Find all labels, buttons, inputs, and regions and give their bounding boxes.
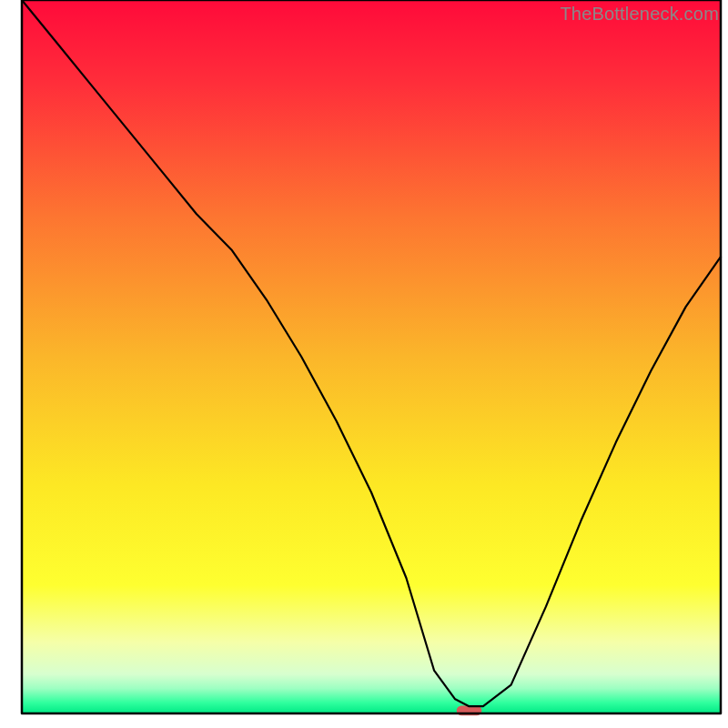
chart-container: TheBottleneck.com [0,0,728,728]
watermark-text: TheBottleneck.com [560,4,719,25]
bottleneck-chart-canvas [0,0,728,728]
